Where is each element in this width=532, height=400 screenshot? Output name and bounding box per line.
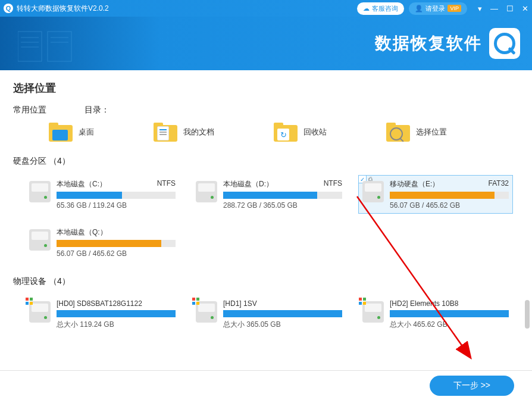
disk-item-q[interactable]: 本地磁盘（Q:） 56.07 GB / 465.62 GB [25, 223, 180, 262]
disk-usage-bar [57, 310, 176, 317]
disk-icon [362, 301, 384, 323]
app-logo-icon: Q [4, 4, 13, 13]
footer: 下一步 >> [0, 370, 532, 400]
disk-fs: NTFS [157, 179, 176, 189]
physical-size: 总大小 465.62 GB [390, 320, 509, 330]
chat-icon: ☁ [363, 5, 370, 12]
directory-label: 目录： [85, 105, 109, 114]
disk-icon [196, 181, 217, 202]
disk-name: 本地磁盘（D:） [223, 179, 273, 189]
recycle-icon: ↻ [277, 129, 289, 140]
disk-usage-bar [390, 192, 509, 199]
close-button[interactable]: ✕ [522, 4, 528, 13]
documents-label: 我的文档 [183, 127, 214, 138]
disk-icon [29, 181, 51, 202]
menu-icon[interactable]: ▾ [478, 4, 482, 13]
physical-devices-header: 物理设备 （4） [13, 276, 519, 287]
next-button[interactable]: 下一步 >> [430, 376, 514, 396]
common-locations-header: 常用位置 目录： [13, 105, 519, 115]
physical-device-grid: [HD0] SD8SBAT128G1122 总大小 119.24 GB [HD1… [25, 295, 519, 334]
disk-icon [196, 301, 217, 323]
common-choose-location[interactable]: 选择位置 [386, 123, 447, 142]
disk-partition-grid: 本地磁盘（C:）NTFS 65.36 GB / 119.24 GB 本地磁盘（D… [25, 175, 519, 262]
physical-item-hd2[interactable]: [HD2] Elements 10B8 总大小 465.62 GB [358, 295, 513, 334]
physical-name: [HD2] Elements 10B8 [390, 299, 458, 308]
main-content: 选择位置 常用位置 目录： 桌面 我的文档 ↻ 回收站 [0, 70, 532, 370]
common-desktop[interactable]: 桌面 [49, 123, 94, 142]
disk-name: 本地磁盘（Q:） [57, 227, 107, 238]
disk-usage-bar [57, 192, 176, 199]
common-documents[interactable]: 我的文档 [154, 123, 214, 142]
choose-label: 选择位置 [416, 127, 447, 138]
banner-decoration [18, 26, 137, 67]
disk-icon [362, 181, 384, 202]
page-title: 选择位置 [13, 81, 519, 95]
recycle-label: 回收站 [303, 127, 327, 138]
physical-item-hd0[interactable]: [HD0] SD8SBAT128G1122 总大小 119.24 GB [25, 295, 180, 334]
folder-icon [386, 123, 410, 142]
disk-usage-bar [223, 310, 342, 317]
disk-item-d[interactable]: 本地磁盘（D:）NTFS 288.72 GB / 365.05 GB [192, 175, 346, 214]
disk-name: 本地磁盘（C:） [57, 179, 107, 189]
magnifier-icon [390, 127, 403, 140]
banner: 数据恢复软件 [0, 17, 532, 70]
folder-icon [49, 123, 73, 142]
disk-icon [29, 229, 51, 251]
disk-fs: NTFS [324, 179, 342, 189]
desktop-label: 桌面 [79, 127, 94, 138]
physical-size: 总大小 365.05 GB [223, 320, 342, 330]
windows-icon [192, 298, 199, 305]
physical-item-hd1[interactable]: [HD1] 1SV 总大小 365.05 GB [192, 295, 346, 334]
disk-size: 56.07 GB / 465.62 GB [390, 201, 509, 210]
maximize-button[interactable]: ☐ [506, 4, 514, 13]
banner-logo-icon [489, 28, 520, 59]
svg-rect-0 [18, 32, 42, 61]
disk-fs: FAT32 [489, 179, 509, 189]
customer-service-button[interactable]: ☁ 客服咨询 [357, 2, 404, 15]
app-title: 转转大师数据恢复软件V2.0.2 [17, 4, 357, 14]
titlebar: Q 转转大师数据恢复软件V2.0.2 ☁ 客服咨询 👤 请登录 VIP ▾ — … [0, 0, 532, 17]
disk-item-e[interactable]: ✓ ⎙ 移动硬盘（E:）FAT32 56.07 GB / 465.62 GB [358, 175, 513, 214]
common-recycle[interactable]: ↻ 回收站 [274, 123, 327, 142]
scrollbar[interactable] [525, 300, 530, 329]
vip-badge: VIP [447, 5, 461, 12]
disk-partitions-header: 硬盘分区 （4） [13, 156, 519, 167]
disk-size: 56.07 GB / 465.62 GB [57, 249, 176, 258]
windows-icon [359, 298, 366, 305]
physical-name: [HD1] 1SV [223, 299, 257, 308]
common-locations-row: 桌面 我的文档 ↻ 回收站 选择位置 [49, 123, 519, 142]
service-label: 客服咨询 [372, 4, 398, 13]
disk-usage-bar [223, 192, 342, 199]
svg-rect-1 [48, 32, 71, 61]
disk-icon [29, 301, 51, 323]
disk-item-c[interactable]: 本地磁盘（C:）NTFS 65.36 GB / 119.24 GB [25, 175, 180, 214]
windows-icon [26, 298, 33, 305]
disk-size: 288.72 GB / 365.05 GB [223, 201, 342, 210]
login-button[interactable]: 👤 请登录 VIP [409, 2, 467, 15]
minimize-button[interactable]: — [490, 4, 498, 13]
disk-usage-bar [57, 240, 176, 247]
physical-size: 总大小 119.24 GB [57, 320, 176, 330]
disk-size: 65.36 GB / 119.24 GB [57, 201, 176, 210]
folder-icon: ↻ [274, 123, 298, 142]
physical-name: [HD0] SD8SBAT128G1122 [57, 299, 142, 308]
user-icon: 👤 [415, 5, 423, 12]
disk-name: 移动硬盘（E:） [390, 179, 439, 189]
desktop-icon [52, 130, 68, 140]
login-label: 请登录 [425, 4, 445, 13]
banner-title: 数据恢复软件 [375, 32, 482, 55]
folder-icon [154, 123, 177, 142]
disk-usage-bar [390, 310, 509, 317]
common-locations-label: 常用位置 [13, 105, 46, 114]
document-icon [157, 126, 169, 140]
